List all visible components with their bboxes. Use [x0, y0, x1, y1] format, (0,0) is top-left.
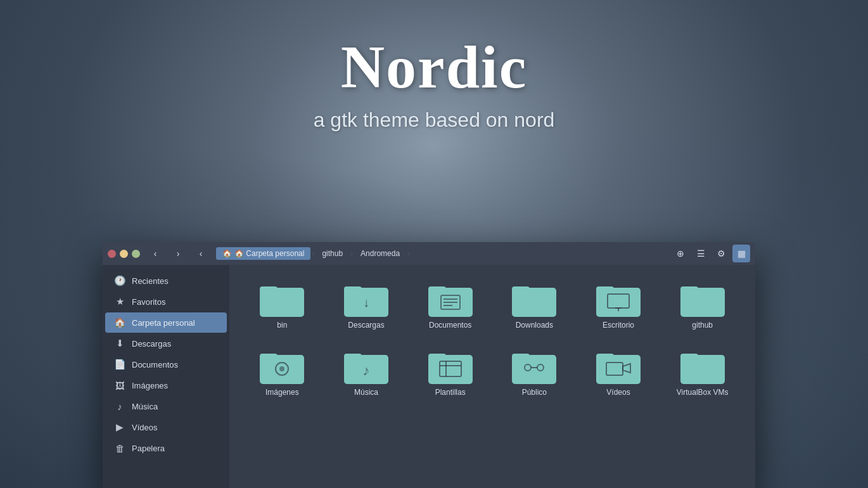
folder-musica-icon: ♪ — [344, 349, 388, 384]
breadcrumb-sep1: › — [310, 249, 316, 258]
sidebar-label-favoritos: Favoritos — [132, 297, 165, 307]
svg-rect-28 — [428, 354, 446, 361]
folder-bin-label: bin — [277, 321, 287, 330]
sidebar-item-papelera[interactable]: 🗑 Papelera — [105, 438, 227, 458]
folder-documentos-icon — [428, 281, 473, 317]
sidebar-label-papelera: Papelera — [132, 444, 165, 453]
folder-escritorio[interactable]: Escritorio — [578, 275, 659, 336]
folder-descargas[interactable]: ↓ Descargas — [326, 275, 407, 336]
sidebar-item-documentos[interactable]: 📄 Documentos — [105, 354, 227, 375]
sidebar: 🕐 Recientes ★ Favoritos 🏠 Carpeta person… — [103, 265, 229, 488]
folder-downloads-label: Downloads — [516, 321, 553, 330]
svg-text:↓: ↓ — [363, 295, 369, 309]
sidebar-label-documentos: Documentos — [132, 360, 178, 369]
sidebar-item-carpeta-personal[interactable]: 🏠 Carpeta personal — [105, 312, 227, 333]
sidebar-item-imagenes[interactable]: 🖼 Imágenes — [105, 375, 227, 395]
breadcrumb-andromeda[interactable]: Andromeda — [354, 247, 406, 260]
sidebar-item-videos[interactable]: ▶ Vídeos — [105, 417, 227, 437]
folder-videos-icon — [596, 349, 641, 384]
folder-downloads-icon — [512, 281, 556, 317]
svg-rect-12 — [512, 286, 530, 294]
folder-github[interactable]: github — [662, 275, 743, 336]
minimize-button[interactable] — [120, 250, 128, 258]
folder-virtualbox-label: VirtualBox VMs — [677, 388, 729, 397]
folder-github-label: github — [692, 321, 713, 330]
videos-icon: ▶ — [114, 421, 125, 433]
folder-publico-icon — [512, 349, 556, 384]
folder-plantillas-label: Plantillas — [435, 388, 466, 397]
sidebar-item-recientes[interactable]: 🕐 Recientes — [105, 271, 227, 291]
back-button[interactable]: ‹ — [148, 246, 163, 261]
breadcrumb-home-label: 🏠 Carpeta personal — [234, 249, 304, 258]
content-area: 🕐 Recientes ★ Favoritos 🏠 Carpeta person… — [103, 265, 755, 488]
folder-imagenes[interactable]: Imágenes — [242, 342, 322, 403]
folder-descargas-icon: ↓ — [344, 281, 388, 317]
svg-rect-1 — [260, 286, 278, 294]
folder-publico[interactable]: Público — [494, 342, 575, 403]
folder-github-icon — [680, 281, 725, 317]
file-grid: bin ↓ Descargas — [229, 265, 755, 488]
descargas-icon: ⬇ — [114, 338, 125, 349]
folder-downloads[interactable]: Downloads — [494, 275, 575, 336]
folder-bin[interactable]: bin — [242, 275, 322, 336]
forward-button[interactable]: › — [170, 246, 186, 261]
folder-descargas-label: Descargas — [348, 321, 384, 330]
sidebar-item-descargas[interactable]: ⬇ Descargas — [105, 333, 227, 354]
folder-virtualbox[interactable]: VirtualBox VMs — [662, 342, 743, 403]
grid-view-button[interactable]: ▦ — [732, 245, 750, 262]
svg-rect-6 — [428, 286, 446, 294]
folder-escritorio-icon — [596, 281, 641, 317]
folder-escritorio-label: Escritorio — [603, 321, 634, 330]
svg-rect-33 — [512, 354, 530, 361]
menu-button[interactable]: ‹ — [193, 246, 208, 261]
folder-imagenes-label: Imágenes — [265, 388, 299, 397]
folder-imagenes-icon — [260, 349, 304, 384]
sidebar-label-descargas: Descargas — [132, 339, 171, 349]
settings-button[interactable]: ⚙ — [712, 245, 730, 262]
app-title: Nordic — [0, 32, 868, 102]
location-button[interactable]: ⊕ — [672, 245, 689, 262]
app-subtitle: a gtk theme based on nord — [0, 108, 868, 132]
svg-rect-42 — [680, 354, 698, 361]
folder-bin-icon — [260, 281, 304, 317]
folder-publico-label: Público — [522, 388, 547, 397]
breadcrumb-sep2: › — [349, 249, 354, 258]
hero-section: Nordic a gtk theme based on nord — [0, 32, 868, 132]
folder-plantillas[interactable]: Plantillas — [410, 342, 490, 403]
list-view-button[interactable]: ☰ — [692, 245, 710, 262]
sidebar-item-favoritos[interactable]: ★ Favoritos — [105, 292, 227, 312]
musica-icon: ♪ — [114, 401, 125, 412]
folder-musica-label: Música — [354, 388, 378, 397]
folder-musica[interactable]: ♪ Música — [326, 342, 407, 403]
carpeta-personal-icon: 🏠 — [114, 317, 125, 328]
breadcrumb-github[interactable]: github — [316, 247, 349, 260]
sidebar-label-videos: Vídeos — [132, 423, 157, 432]
breadcrumb-home[interactable]: 🏠 🏠 Carpeta personal — [216, 247, 310, 260]
imagenes-icon: 🖼 — [114, 380, 125, 391]
folder-videos[interactable]: Vídeos — [578, 342, 659, 403]
recientes-icon: 🕐 — [114, 275, 125, 286]
file-manager-window: ‹ › ‹ 🏠 🏠 Carpeta personal › github › An… — [103, 242, 755, 488]
svg-point-23 — [279, 366, 284, 371]
sidebar-label-musica: Música — [132, 402, 158, 411]
breadcrumb: 🏠 🏠 Carpeta personal › github › Andromed… — [216, 247, 668, 260]
sidebar-label-carpeta-personal: Carpeta personal — [132, 318, 195, 328]
folder-documentos[interactable]: Documentos — [410, 275, 490, 336]
titlebar-actions: ⊕ ☰ ⚙ ▦ — [672, 245, 750, 262]
folder-documentos-label: Documentos — [429, 321, 471, 330]
sidebar-item-musica[interactable]: ♪ Música — [105, 396, 227, 416]
sidebar-label-recientes: Recientes — [132, 276, 169, 286]
titlebar: ‹ › ‹ 🏠 🏠 Carpeta personal › github › An… — [103, 242, 755, 265]
folder-virtualbox-icon — [680, 349, 725, 384]
breadcrumb-andromeda-label: Andromeda — [361, 249, 400, 258]
svg-rect-38 — [596, 354, 614, 361]
sidebar-label-imagenes: Imágenes — [132, 381, 168, 390]
svg-rect-14 — [596, 286, 614, 294]
svg-text:♪: ♪ — [362, 363, 369, 378]
documentos-icon: 📄 — [114, 359, 125, 370]
folder-videos-label: Vídeos — [606, 388, 630, 397]
close-button[interactable] — [108, 250, 116, 258]
maximize-button[interactable] — [132, 250, 140, 258]
breadcrumb-sep3: › — [406, 249, 411, 258]
folder-plantillas-icon — [428, 349, 473, 384]
